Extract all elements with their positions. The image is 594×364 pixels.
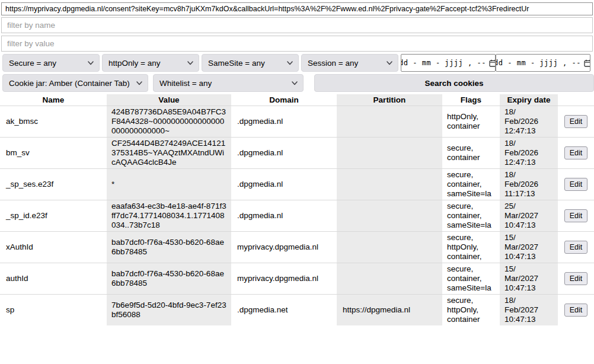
cookie-domain: .dpgmedia.net xyxy=(231,294,337,325)
cookie-domain: .dpgmedia.nl xyxy=(231,168,337,200)
url-bar-input[interactable] xyxy=(1,2,593,15)
cookie-partition xyxy=(337,106,442,137)
cookie-value: * xyxy=(107,168,231,200)
cookie-name: ak_bmsc xyxy=(0,106,107,137)
column-header-domain: Domain xyxy=(231,94,337,106)
column-header-name: Name xyxy=(0,94,107,106)
session-select-value: Session = any xyxy=(308,59,358,68)
filter-by-name-input[interactable] xyxy=(1,17,593,33)
table-row: authIdbab7dcf0-f76a-4530-b620-68ae6bb784… xyxy=(0,263,594,294)
cookie-partition xyxy=(337,263,442,294)
cookie-value: CF25444D4B274249ACE14121375314B5~YAAQztM… xyxy=(107,137,231,168)
cookie-domain: myprivacy.dpgmedia.nl xyxy=(231,231,337,263)
cookie-partition xyxy=(337,168,442,200)
table-header-row: Name Value Domain Partition Flags Expiry… xyxy=(0,94,594,106)
search-cookies-button[interactable]: Search cookies xyxy=(314,74,594,92)
secure-select-value: Secure = any xyxy=(9,59,56,68)
cookie-partition xyxy=(337,200,442,231)
cookie-domain: .dpgmedia.nl xyxy=(231,106,337,137)
column-header-actions xyxy=(558,94,594,106)
edit-button[interactable]: Edit xyxy=(564,272,587,285)
column-header-partition: Partition xyxy=(337,94,442,106)
cookie-name: _sp_ses.e23f xyxy=(0,168,107,200)
cookie-jar-select-value: Cookie jar: Amber (Container Tab) xyxy=(9,79,130,88)
chevron-down-icon xyxy=(387,61,392,65)
cookie-name: _sp_id.e23f xyxy=(0,200,107,231)
cookie-name: xAuthId xyxy=(0,231,107,263)
edit-button[interactable]: Edit xyxy=(564,304,587,317)
expiry-date-to-input[interactable]: dd - mm - jjjj , -- xyxy=(496,54,590,72)
cookie-value: 424B787736DA85E9A04B7FC3F84A4328~0000000… xyxy=(107,106,231,137)
cookie-value: bab7dcf0-f76a-4530-b620-68ae6bb78485 xyxy=(107,231,231,263)
date-placeholder: dd - mm - jjjj , -- xyxy=(496,59,581,67)
edit-button[interactable]: Edit xyxy=(564,115,587,128)
whitelist-select-value: Whitelist = any xyxy=(159,79,212,88)
table-row: xAuthIdbab7dcf0-f76a-4530-b620-68ae6bb78… xyxy=(0,231,594,263)
filter-dropdown-row: Secure = any httpOnly = any SameSite = a… xyxy=(2,54,594,72)
cookie-value: bab7dcf0-f76a-4530-b620-68ae6bb78485 xyxy=(107,263,231,294)
cookie-actions-cell: Edit xyxy=(558,106,594,137)
cookie-partition: https://dpgmedia.nl xyxy=(337,294,442,325)
cookie-partition xyxy=(337,231,442,263)
chevron-down-icon xyxy=(187,61,193,65)
cookie-name: bm_sv xyxy=(0,137,107,168)
cookie-expiry: 18/ Feb/2026 12:47:13 xyxy=(500,137,558,168)
cookie-table: Name Value Domain Partition Flags Expiry… xyxy=(0,94,594,325)
column-header-expiry-date: Expiry date xyxy=(500,94,558,106)
column-header-value: Value xyxy=(107,94,231,106)
expiry-date-from-input[interactable]: dd - mm - jjjj , -- xyxy=(401,54,496,72)
cookie-flags: secure, container xyxy=(442,137,500,168)
cookie-expiry: 18/ Feb/2027 10:47:13 xyxy=(500,294,558,325)
cookie-flags: secure, container, sameSite=la xyxy=(442,200,500,231)
edit-button[interactable]: Edit xyxy=(564,209,587,222)
cookie-flags: secure, container, sameSite=la xyxy=(442,168,500,200)
cookie-actions-cell: Edit xyxy=(558,200,594,231)
cookie-actions-cell: Edit xyxy=(558,168,594,200)
date-placeholder: dd - mm - jjjj , -- xyxy=(401,59,486,67)
samesite-select[interactable]: SameSite = any xyxy=(202,54,299,72)
column-header-flags: Flags xyxy=(442,94,500,106)
chevron-down-icon xyxy=(292,81,298,85)
cookie-name: authId xyxy=(0,263,107,294)
secure-select[interactable]: Secure = any xyxy=(2,54,100,72)
cookie-value: eaafa634-ec3b-4e18-ae4f-871f3ff7dc74.177… xyxy=(107,200,231,231)
table-row: _sp_id.e23feaafa634-ec3b-4e18-ae4f-871f3… xyxy=(0,200,594,231)
cookie-domain: .dpgmedia.nl xyxy=(231,200,337,231)
cookie-actions-cell: Edit xyxy=(558,231,594,263)
cookie-jar-select[interactable]: Cookie jar: Amber (Container Tab) xyxy=(2,74,148,92)
cookie-domain: myprivacy.dpgmedia.nl xyxy=(231,263,337,294)
cookie-flags: httpOnly, container xyxy=(442,106,500,137)
edit-button[interactable]: Edit xyxy=(564,241,587,254)
table-row: ak_bmsc424B787736DA85E9A04B7FC3F84A4328~… xyxy=(0,106,594,137)
edit-button[interactable]: Edit xyxy=(564,178,587,191)
cookie-value: 7b6e9f5d-5d20-4bfd-9ec3-7ef23bf56088 xyxy=(107,294,231,325)
cookie-actions-cell: Edit xyxy=(558,263,594,294)
whitelist-select[interactable]: Whitelist = any xyxy=(153,74,304,92)
cookie-table-body: ak_bmsc424B787736DA85E9A04B7FC3F84A4328~… xyxy=(0,106,594,325)
cookie-actions-cell: Edit xyxy=(558,137,594,168)
cookie-expiry: 25/ Mar/2027 10:47:13 xyxy=(500,200,558,231)
cookie-actions-cell: Edit xyxy=(558,294,594,325)
chevron-down-icon xyxy=(136,81,142,85)
cookie-expiry: 15/ Mar/2027 10:47:13 xyxy=(500,263,558,294)
calendar-icon xyxy=(584,59,590,67)
cookie-domain: .dpgmedia.nl xyxy=(231,137,337,168)
cookie-expiry: 15/ Mar/2027 10:47:13 xyxy=(500,231,558,263)
jar-search-row: Cookie jar: Amber (Container Tab) Whitel… xyxy=(2,74,594,92)
table-row: bm_svCF25444D4B274249ACE14121375314B5~YA… xyxy=(0,137,594,168)
session-select[interactable]: Session = any xyxy=(301,54,398,72)
cookie-name: sp xyxy=(0,294,107,325)
chevron-down-icon xyxy=(88,61,94,65)
httponly-select[interactable]: httpOnly = any xyxy=(102,54,199,72)
edit-button[interactable]: Edit xyxy=(564,146,587,159)
cookie-flags: secure, container, sameSite=la xyxy=(442,263,500,294)
cookie-flags: secure, httpOnly, container, xyxy=(442,231,500,263)
samesite-select-value: SameSite = any xyxy=(208,59,265,68)
filter-by-value-input[interactable] xyxy=(1,36,593,52)
cookie-flags: secure, httpOnly, container xyxy=(442,294,500,325)
chevron-down-icon xyxy=(287,61,293,65)
table-row: sp7b6e9f5d-5d20-4bfd-9ec3-7ef23bf56088.d… xyxy=(0,294,594,325)
cookie-partition xyxy=(337,137,442,168)
calendar-icon xyxy=(489,59,496,67)
httponly-select-value: httpOnly = any xyxy=(108,59,160,68)
